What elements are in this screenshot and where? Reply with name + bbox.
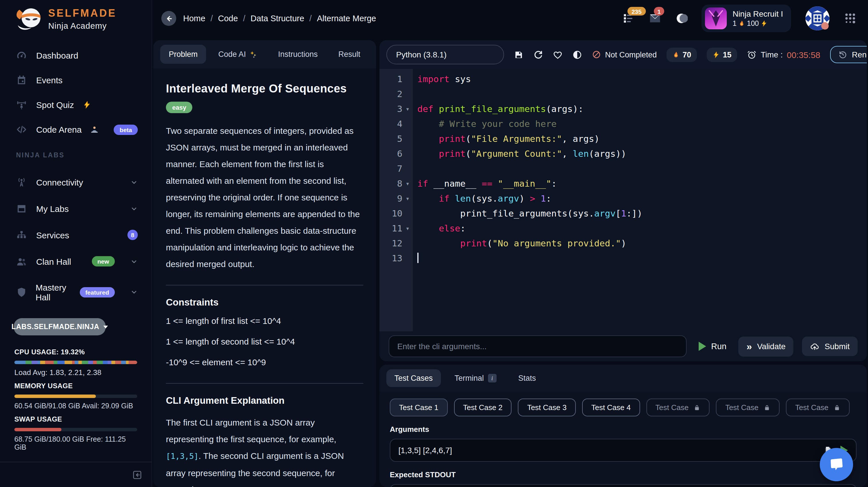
brand[interactable]: SELFMADE Ninja Academy [0, 0, 152, 34]
favorite-heart-icon[interactable] [553, 50, 563, 59]
tab-code-ai[interactable]: Code AI [210, 45, 266, 64]
tab-stats[interactable]: Stats [510, 369, 544, 387]
test-case-button-3[interactable]: Test Case 3 [518, 399, 576, 416]
breadcrumb-code[interactable]: Code [218, 14, 238, 23]
new-badge: new [92, 256, 115, 267]
breadcrumb-home[interactable]: Home [183, 14, 205, 23]
stdout-field[interactable]: [1, 2, 3, 4, 5, 6, 7] [390, 484, 857, 487]
bolt-icon [761, 20, 768, 27]
difficulty-badge: easy [166, 102, 193, 113]
antenna-icon [16, 177, 28, 187]
breadcrumb-alternate-merge[interactable]: Alternate Merge [317, 14, 376, 23]
sidebar-item-spot-quiz[interactable]: Spot Quiz [10, 92, 144, 117]
cpu-usage-label: CPU USAGE: 19.32% [14, 348, 137, 356]
cli-args-input[interactable]: Enter the cli arguments... [389, 335, 687, 357]
theme-contrast-icon[interactable] [572, 50, 582, 59]
sidebar-item-events[interactable]: Events [10, 68, 144, 92]
 [402, 236, 413, 251]
mail-count-badge: 1 [654, 7, 664, 16]
app-root: SELFMADE Ninja Academy Dashboard Events … [0, 0, 868, 487]
right-column: Python (3.8.1) [379, 40, 867, 487]
test-case-buttons: Test Case 1Test Case 2Test Case 3Test Ca… [390, 399, 857, 416]
completion-status: Not Completed [592, 50, 657, 59]
chevron-down-icon [130, 288, 138, 296]
back-button[interactable] [161, 11, 176, 26]
sidebar-item-services[interactable]: Services 8 [10, 222, 144, 248]
swap-usage-bar [14, 428, 137, 431]
energy-pill[interactable]: 15 [707, 48, 737, 62]
apps-grid-icon[interactable] [844, 12, 857, 25]
test-case-button-5[interactable]: Test Case [646, 399, 710, 416]
mail-icon[interactable]: 1 [649, 12, 661, 25]
code-line: 12 print("No arguments provided.") [379, 236, 867, 251]
fold-caret-icon[interactable]: ▾ [402, 176, 413, 191]
test-case-button-7[interactable]: Test Case [786, 399, 850, 416]
constraint-line: 1 <= length of first list <= 10^4 [166, 312, 363, 329]
test-case-button-6[interactable]: Test Case [716, 399, 780, 416]
problem-panel: ProblemCode AIInstructionsResult Interle… [153, 40, 376, 487]
submit-button[interactable]: Submit [802, 337, 858, 356]
calendar-icon [16, 75, 28, 86]
sidebar-item-connectivity[interactable]: Connectivity [10, 169, 144, 195]
tab-instructions[interactable]: Instructions [270, 45, 327, 64]
user-card[interactable]: Ninja Recruit I 1 100 [702, 5, 791, 32]
sidebar-item-clan-hall[interactable]: Clan Hall new [10, 248, 144, 275]
dark-mode-moon-icon[interactable] [675, 12, 688, 25]
shield-icon [16, 286, 27, 298]
test-case-button-2[interactable]: Test Case 2 [454, 399, 512, 416]
problem-description: Two separate sequences of integers, prov… [166, 122, 363, 272]
code-line: 7 [379, 161, 867, 176]
user-name: Ninja Recruit I [733, 9, 783, 19]
 [402, 131, 413, 147]
fold-caret-icon[interactable]: ▾ [402, 191, 413, 206]
arguments-value: [1,3,5] [2,4,6,7] [398, 446, 815, 455]
test-case-button-1[interactable]: Test Case 1 [390, 399, 447, 416]
collapse-sidebar-icon[interactable] [132, 469, 143, 480]
brand-name: SELFMADE [48, 7, 117, 20]
fold-caret-icon[interactable]: ▾ [402, 221, 413, 236]
chevron-down-icon [130, 178, 138, 186]
language-select[interactable]: Python (3.8.1) [386, 45, 504, 64]
code-line: 4 # Write your code here [379, 117, 867, 131]
breadcrumb-data-structure[interactable]: Data Structure [251, 14, 304, 23]
sidebar-item-code-arena[interactable]: Code Arena beta [10, 117, 144, 142]
resource-stats: CPU USAGE: 19.32% Load Avg: 1.83, 2.21, … [0, 335, 152, 453]
tab-problem[interactable]: Problem [160, 45, 206, 64]
code-line: 8 ▾ if __name__ == "__main__": [379, 176, 867, 191]
streak-pill[interactable]: 70 [666, 48, 697, 62]
tests-panel: Test CasesTerminaliStats Test Case 1Test… [379, 365, 867, 487]
sidebar-item-mastery-hall[interactable]: Mastery Hall featured [10, 275, 144, 309]
tab-test-cases[interactable]: Test Cases [386, 369, 441, 387]
text-cursor [417, 253, 418, 263]
server-selector-button[interactable]: LABS.SELFMADE.NINJA [14, 318, 105, 335]
swap-usage-text: 68.75 GiB/180.00 GiB Free: 111.25 GiB [14, 435, 137, 451]
constraints-list: 1 <= length of first list <= 10^41 <= le… [166, 312, 363, 370]
memory-usage-bar [14, 395, 137, 398]
run-button[interactable]: Run [695, 341, 730, 352]
code-line: 1 import sys [379, 72, 867, 87]
code-editor[interactable]: 1 import sys 2 3 ▾ def print_file_argume… [379, 69, 867, 331]
chevron-down-icon [130, 257, 138, 265]
cli-explanation-title: CLI Argument Explanation [166, 395, 363, 406]
arguments-field[interactable]: [1,3,5] [2,4,6,7] [390, 439, 857, 462]
chat-button[interactable] [820, 448, 853, 481]
reset-code-icon[interactable] [533, 50, 543, 59]
code-icon [16, 124, 28, 135]
sidebar-item-dashboard[interactable]: Dashboard [10, 43, 144, 68]
profile-identicon[interactable] [805, 6, 830, 31]
tests-tabs: Test CasesTerminaliStats [379, 365, 867, 392]
validate-button[interactable]: » Validate [739, 336, 794, 356]
lock-icon [694, 404, 701, 411]
tab-terminal[interactable]: Terminali [446, 369, 505, 387]
cloud-upload-icon [810, 342, 819, 351]
renew-button[interactable]: Renew [830, 46, 867, 63]
tab-result[interactable]: Result [330, 45, 369, 64]
not-completed-icon [592, 50, 601, 59]
save-icon[interactable] [514, 50, 524, 59]
test-case-button-4[interactable]: Test Case 4 [582, 399, 640, 416]
fold-caret-icon[interactable]: ▾ [402, 102, 413, 117]
header-actions: 235 1 Ninja Recruit I 1 [622, 5, 857, 32]
sidebar-item-my-labs[interactable]: My Labs [10, 195, 144, 222]
tasks-icon[interactable]: 235 [622, 12, 635, 25]
flame-icon [672, 51, 680, 58]
